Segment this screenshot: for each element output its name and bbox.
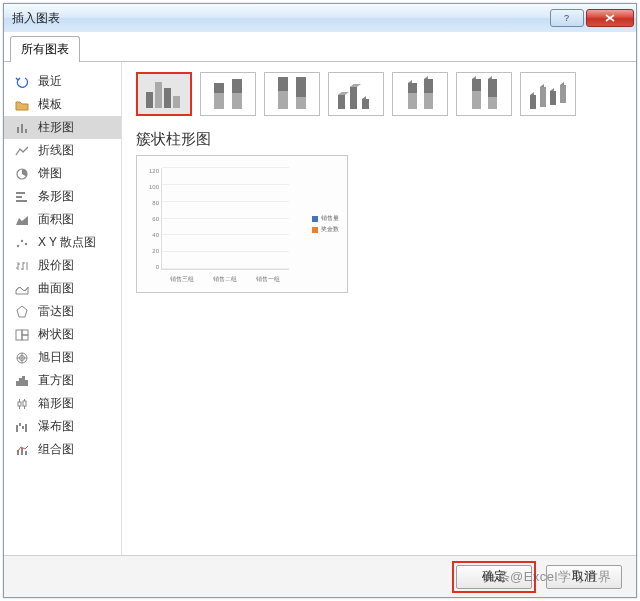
svg-rect-19	[22, 376, 25, 386]
titlebar: 插入图表 ?	[4, 4, 636, 32]
chart-content-pane: 簇状柱形图 120100806040200 销售三组销售二组销售一组 销售量奖金…	[122, 62, 636, 555]
sidebar-item-folder[interactable]: 模板	[4, 93, 121, 116]
svg-rect-52	[488, 79, 497, 97]
sidebar-item-scatter[interactable]: X Y 散点图	[4, 231, 121, 254]
sidebar-item-radar[interactable]: 雷达图	[4, 300, 121, 323]
subtype-100-stacked-column[interactable]	[264, 72, 320, 116]
svg-rect-56	[560, 85, 566, 103]
sidebar-item-label: 组合图	[38, 441, 74, 458]
close-button[interactable]	[586, 9, 634, 27]
subtype-3d-stacked-column[interactable]	[392, 72, 448, 116]
radar-icon	[14, 304, 30, 320]
legend-label: 奖金数	[321, 225, 339, 234]
help-button[interactable]: ?	[550, 9, 584, 27]
svg-rect-50	[472, 79, 481, 91]
svg-rect-39	[278, 77, 288, 91]
subtype-3d-clustered-column[interactable]	[328, 72, 384, 116]
sidebar-item-pie-chart[interactable]: 饼图	[4, 162, 121, 185]
svg-rect-2	[21, 124, 23, 133]
sidebar-item-label: 直方图	[38, 372, 74, 389]
legend-entry: 奖金数	[312, 225, 339, 234]
sidebar-item-histogram[interactable]: 直方图	[4, 369, 121, 392]
legend-entry: 销售量	[312, 214, 339, 223]
subtype-stacked-column[interactable]	[200, 72, 256, 116]
sidebar-item-bar-chart[interactable]: 柱形图	[4, 116, 121, 139]
sidebar-item-treemap[interactable]: 树状图	[4, 323, 121, 346]
svg-rect-53	[530, 95, 536, 109]
svg-rect-44	[362, 99, 369, 109]
hbar-chart-icon	[14, 189, 30, 205]
folder-icon	[14, 97, 30, 113]
insert-chart-dialog: 插入图表 ? 所有图表 最近模板柱形图折线图饼图条形图面积图X Y 散点图股价图…	[3, 3, 637, 598]
subtype-clustered-column[interactable]	[136, 72, 192, 116]
sidebar-item-label: 旭日图	[38, 349, 74, 366]
svg-point-8	[17, 244, 19, 246]
svg-rect-48	[424, 79, 433, 93]
sidebar-item-combo[interactable]: 组合图	[4, 438, 121, 461]
category-label: 销售一组	[256, 275, 280, 284]
subtype-3d-100-stacked-column[interactable]	[456, 72, 512, 116]
svg-rect-46	[408, 83, 417, 93]
sidebar-item-boxplot[interactable]: 箱形图	[4, 392, 121, 415]
dialog-footer: 确定 取消	[4, 555, 636, 597]
sidebar-item-line-chart[interactable]: 折线图	[4, 139, 121, 162]
sidebar-item-label: X Y 散点图	[38, 234, 96, 251]
svg-text:?: ?	[564, 13, 569, 23]
svg-point-9	[21, 239, 23, 241]
sidebar-item-undo[interactable]: 最近	[4, 70, 121, 93]
sidebar-item-label: 条形图	[38, 188, 74, 205]
category-label: 销售三组	[170, 275, 194, 284]
svg-point-10	[25, 242, 27, 244]
boxplot-icon	[14, 396, 30, 412]
svg-rect-25	[22, 426, 24, 429]
sidebar-item-sunburst[interactable]: 旭日图	[4, 346, 121, 369]
tab-all-charts[interactable]: 所有图表	[10, 36, 80, 62]
sidebar-item-label: 箱形图	[38, 395, 74, 412]
sidebar-item-label: 折线图	[38, 142, 74, 159]
scatter-icon	[14, 235, 30, 251]
sidebar-item-label: 柱形图	[38, 119, 74, 136]
svg-rect-29	[25, 451, 27, 455]
chart-canvas: 120100806040200 销售三组销售二组销售一组 销售量奖金数	[141, 160, 343, 288]
histogram-icon	[14, 373, 30, 389]
y-axis-ticks: 120100806040200	[141, 168, 159, 270]
subtype-3d-column[interactable]	[520, 72, 576, 116]
sidebar-item-label: 树状图	[38, 326, 74, 343]
sidebar-item-label: 瀑布图	[38, 418, 74, 435]
sidebar-item-label: 雷达图	[38, 303, 74, 320]
svg-rect-12	[16, 330, 22, 340]
legend-label: 销售量	[321, 214, 339, 223]
svg-marker-11	[17, 306, 27, 317]
legend-swatch	[312, 216, 318, 222]
sidebar-item-label: 面积图	[38, 211, 74, 228]
svg-rect-14	[22, 335, 28, 340]
sidebar-item-stock[interactable]: 股价图	[4, 254, 121, 277]
svg-rect-55	[550, 91, 556, 105]
cancel-button[interactable]: 取消	[546, 565, 622, 589]
svg-rect-3	[25, 129, 27, 133]
svg-rect-24	[19, 423, 21, 426]
category-label: 销售二组	[213, 275, 237, 284]
line-chart-icon	[14, 143, 30, 159]
undo-icon	[14, 74, 30, 90]
sidebar-item-area-chart[interactable]: 面积图	[4, 208, 121, 231]
svg-rect-30	[146, 92, 153, 108]
legend-swatch	[312, 227, 318, 233]
ok-button[interactable]: 确定	[456, 565, 532, 589]
svg-rect-21	[18, 402, 21, 406]
sidebar-item-surface[interactable]: 曲面图	[4, 277, 121, 300]
sidebar-item-label: 最近	[38, 73, 62, 90]
svg-rect-7	[16, 200, 27, 202]
svg-rect-23	[16, 425, 18, 432]
x-axis-labels: 销售三组销售二组销售一组	[161, 275, 289, 284]
surface-icon	[14, 281, 30, 297]
chart-bars	[161, 168, 289, 270]
dialog-body: 最近模板柱形图折线图饼图条形图面积图X Y 散点图股价图曲面图雷达图树状图旭日图…	[4, 62, 636, 555]
svg-rect-33	[173, 96, 180, 108]
svg-rect-1	[17, 127, 19, 133]
sidebar-item-hbar-chart[interactable]: 条形图	[4, 185, 121, 208]
svg-rect-26	[25, 424, 27, 432]
sidebar-item-waterfall[interactable]: 瀑布图	[4, 415, 121, 438]
svg-rect-37	[232, 79, 242, 93]
chart-preview[interactable]: 120100806040200 销售三组销售二组销售一组 销售量奖金数	[136, 155, 348, 293]
